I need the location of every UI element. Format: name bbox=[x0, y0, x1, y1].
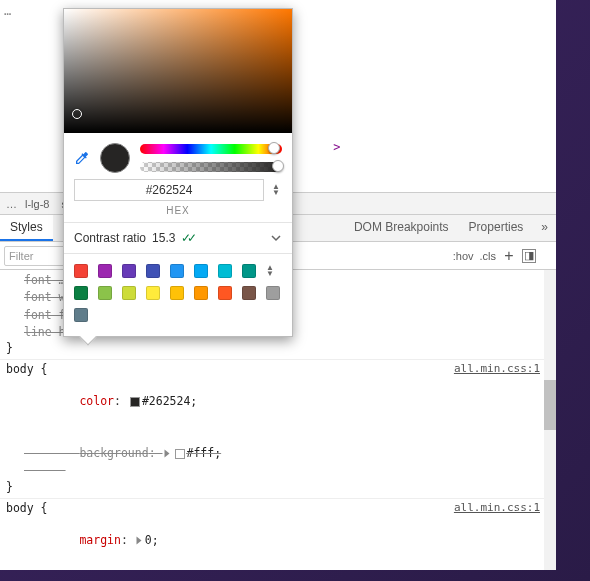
palette-swatch[interactable] bbox=[146, 264, 160, 278]
color-value-input[interactable]: #262524 bbox=[74, 179, 264, 201]
contrast-ratio-row[interactable]: Contrast ratio 15.3 ✓✓ bbox=[64, 223, 292, 253]
expand-triangle-icon[interactable] bbox=[164, 450, 169, 458]
css-property[interactable]: margin: 0; bbox=[6, 515, 540, 567]
palette-swatch[interactable] bbox=[122, 286, 136, 300]
scrollbar-thumb[interactable] bbox=[544, 380, 556, 430]
palette-swatch[interactable] bbox=[218, 264, 232, 278]
palette-swatch[interactable] bbox=[74, 308, 88, 322]
palette-swatch[interactable] bbox=[242, 264, 256, 278]
eyedropper-icon[interactable] bbox=[74, 150, 90, 166]
css-property-background[interactable]: background: #fff; bbox=[6, 428, 540, 480]
palette-swatch[interactable] bbox=[74, 286, 88, 300]
expand-triangle-icon[interactable] bbox=[136, 536, 141, 544]
tab-dom-breakpoints[interactable]: DOM Breakpoints bbox=[344, 215, 459, 241]
palette-swatch[interactable] bbox=[98, 286, 112, 300]
filter-placeholder: Filter bbox=[9, 250, 33, 262]
css-property-color[interactable]: color: #262524; bbox=[6, 376, 540, 428]
palette-swatch[interactable] bbox=[218, 286, 232, 300]
chevron-down-icon[interactable] bbox=[270, 232, 282, 244]
rule-close-brace: } bbox=[6, 480, 540, 494]
palette-swatch[interactable] bbox=[242, 286, 256, 300]
current-color-preview bbox=[100, 143, 130, 173]
palette-swatch[interactable] bbox=[122, 264, 136, 278]
toggle-sidebar-icon[interactable]: ◨ bbox=[522, 249, 536, 263]
tab-properties[interactable]: Properties bbox=[459, 215, 534, 241]
palette-swatch[interactable] bbox=[266, 286, 280, 300]
ellipsis: … bbox=[4, 4, 11, 18]
hue-slider[interactable] bbox=[140, 144, 282, 154]
color-swatch[interactable] bbox=[130, 397, 140, 407]
spectrum-cursor[interactable] bbox=[72, 109, 82, 119]
tab-styles[interactable]: Styles bbox=[0, 215, 53, 241]
css-rule: all.min.css:1 body { color: #262524; bac… bbox=[0, 360, 556, 499]
format-toggle-icon[interactable]: ▲▼ bbox=[270, 184, 282, 196]
palette-swatch[interactable] bbox=[74, 264, 88, 278]
breadcrumb-item[interactable]: l-lg-8 bbox=[21, 196, 53, 212]
scrollbar-track[interactable] bbox=[544, 270, 556, 570]
contrast-label: Contrast ratio bbox=[74, 231, 146, 245]
palette-toggle-icon[interactable]: ▲▼ bbox=[266, 265, 278, 277]
format-label: HEX bbox=[64, 205, 292, 222]
html-tag: > bbox=[333, 140, 340, 154]
alpha-thumb[interactable] bbox=[272, 160, 284, 172]
tabs-overflow-icon[interactable]: » bbox=[533, 215, 556, 241]
palette-swatch[interactable] bbox=[170, 264, 184, 278]
breadcrumb-overflow-left[interactable]: … bbox=[6, 198, 17, 210]
hue-thumb[interactable] bbox=[268, 142, 280, 154]
cls-toggle[interactable]: .cls bbox=[480, 250, 497, 262]
palette-swatch[interactable] bbox=[98, 264, 112, 278]
source-link[interactable]: all.min.css:1 bbox=[454, 501, 540, 514]
color-picker-popover: #262524 ▲▼ HEX Contrast ratio 15.3 ✓✓ ▲▼ bbox=[63, 8, 293, 337]
alpha-slider[interactable] bbox=[140, 162, 282, 172]
contrast-value: 15.3 bbox=[152, 231, 175, 245]
color-palette: ▲▼ bbox=[64, 254, 292, 336]
palette-swatch[interactable] bbox=[170, 286, 184, 300]
source-link[interactable]: all.min.css:1 bbox=[454, 362, 540, 375]
css-rule: all.min.css:1 body { margin: 0; font-fam… bbox=[0, 499, 556, 571]
palette-swatch[interactable] bbox=[194, 264, 208, 278]
palette-swatch[interactable] bbox=[194, 286, 208, 300]
color-swatch[interactable] bbox=[175, 449, 185, 459]
css-property[interactable]: font-family: -apple-system,BlinkMacSyste… bbox=[6, 566, 540, 570]
contrast-pass-icon: ✓✓ bbox=[181, 231, 193, 245]
color-spectrum[interactable] bbox=[64, 9, 292, 133]
new-rule-icon[interactable]: + bbox=[502, 249, 516, 263]
palette-swatch[interactable] bbox=[146, 286, 160, 300]
hov-toggle[interactable]: :hov bbox=[453, 250, 474, 262]
